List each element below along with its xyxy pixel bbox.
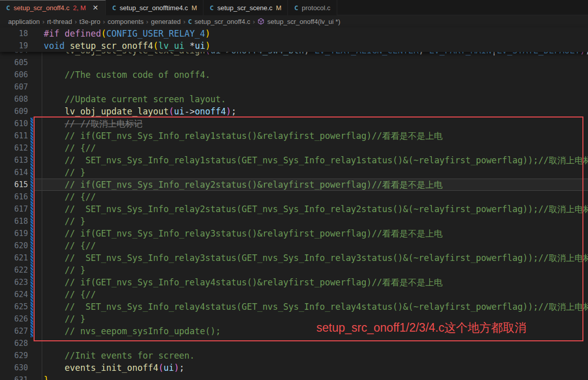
- c-file-icon: C: [6, 4, 10, 12]
- code-line-627[interactable]: 627 // nvs_eepom_sysInfo_update();: [0, 325, 588, 337]
- code-line-630[interactable]: 630 events_init_onoff4(ui);: [0, 362, 588, 374]
- code-line-605[interactable]: 605: [0, 56, 588, 69]
- line-number: 605: [0, 56, 28, 69]
- code-line-607[interactable]: 607: [0, 81, 588, 93]
- line-content: // //取消上电标记: [44, 118, 142, 130]
- git-modified-badge: M: [191, 4, 197, 12]
- breadcrumb-item[interactable]: t3e-pro: [79, 18, 100, 25]
- line-number: 619: [0, 227, 28, 240]
- line-content: events_init_onoff4(ui);: [44, 362, 184, 374]
- chevron-right-icon: ›: [183, 18, 185, 25]
- line-number: 617: [0, 203, 28, 215]
- tab-label: setup_scr_onoff4.c: [14, 4, 70, 12]
- c-file-icon: C: [294, 4, 298, 12]
- line-number: 18: [0, 27, 28, 40]
- code-line-622[interactable]: 622 // }: [0, 264, 588, 276]
- indent-guide: [42, 52, 42, 380]
- line-content: lv_obj_update_layout(ui->onoff4);: [44, 105, 237, 118]
- close-icon[interactable]: ✕: [92, 4, 100, 12]
- line-content: // }: [44, 215, 85, 227]
- code-line-628[interactable]: 628: [0, 337, 588, 349]
- tab-setup-scr-onoff4[interactable]: C setup_scr_onoff4.c 2, M ✕: [0, 0, 106, 15]
- tab-setup-scr-onofftime4[interactable]: C setup_scr_onofftime4.c M: [106, 0, 203, 15]
- line-content: #if defined(CONFIG_USER_RELAY_4): [44, 27, 211, 40]
- breadcrumb-symbol[interactable]: setup_scr_onoff4(lv_ui *): [267, 18, 340, 25]
- line-content: //Init events for screen.: [44, 349, 195, 362]
- tab-protocol[interactable]: C protocol.c: [288, 0, 337, 15]
- breadcrumb-item[interactable]: generated: [151, 18, 181, 25]
- line-content: // nvs_eepom_sysInfo_update();: [44, 325, 221, 337]
- line-content: // SET_nvs_Sys_Info_relay1status(GET_nvs…: [44, 154, 588, 166]
- code-line-611[interactable]: 611 // if(GET_nvs_Sys_Info_relay1status(…: [0, 130, 588, 142]
- c-file-icon: C: [112, 4, 116, 12]
- breadcrumb: application› rt-thread› t3e-pro› compone…: [0, 15, 588, 27]
- code-line-621[interactable]: 621 // SET_nvs_Sys_Info_relay3status(GET…: [0, 252, 588, 264]
- line-content: // SET_nvs_Sys_Info_relay2status(GET_nvs…: [44, 203, 588, 215]
- code-line-617[interactable]: 617 // SET_nvs_Sys_Info_relay2status(GET…: [0, 203, 588, 215]
- line-number: 627: [0, 325, 28, 337]
- line-content: // {//: [44, 288, 96, 301]
- line-number: 615: [0, 179, 28, 191]
- line-number: 607: [0, 81, 28, 93]
- line-number: 612: [0, 142, 28, 154]
- c-file-icon: C: [210, 4, 214, 12]
- breadcrumb-item[interactable]: components: [108, 18, 144, 25]
- line-number: 621: [0, 252, 28, 264]
- code-line-614[interactable]: 614 // }: [0, 166, 588, 179]
- symbol-method-icon: [257, 18, 264, 25]
- tab-label: setup_scr_scene.c: [217, 4, 272, 12]
- chevron-right-icon: ›: [75, 18, 77, 25]
- line-number: 630: [0, 362, 28, 374]
- line-content: // if(GET_nvs_Sys_Info_relay1status()&re…: [44, 130, 443, 142]
- code-line-615[interactable]: 615 // if(GET_nvs_Sys_Info_relay2status(…: [0, 179, 588, 191]
- line-number: 19: [0, 40, 28, 52]
- code-line-623[interactable]: 623 // if(GET_nvs_Sys_Info_relay4status(…: [0, 276, 588, 288]
- line-number: 614: [0, 166, 28, 179]
- tab-setup-scr-scene[interactable]: C setup_scr_scene.c M: [203, 0, 288, 15]
- line-number: 628: [0, 337, 28, 349]
- code-line-609[interactable]: 609 lv_obj_update_layout(ui->onoff4);: [0, 105, 588, 118]
- line-number: 608: [0, 93, 28, 105]
- code-line-625[interactable]: 625 // SET_nvs_Sys_Info_relay4status(GET…: [0, 301, 588, 313]
- code-line-629[interactable]: 629 //Init events for screen.: [0, 349, 588, 362]
- line-number: 631: [0, 374, 28, 380]
- code-line-620[interactable]: 620 // {//: [0, 240, 588, 252]
- line-number: 606: [0, 69, 28, 81]
- code-line-616[interactable]: 616 // {//: [0, 191, 588, 203]
- code-editor[interactable]: 604 lv_obj_set_style_text_align(ui->onof…: [0, 27, 588, 380]
- line-content: // SET_nvs_Sys_Info_relay4status(GET_nvs…: [44, 301, 588, 313]
- line-content: void setup_scr_onoff4(lv_ui *ui): [44, 40, 211, 52]
- code-line-19[interactable]: 19void setup_scr_onoff4(lv_ui *ui): [0, 40, 588, 52]
- code-line-619[interactable]: 619 // if(GET_nvs_Sys_Info_relay3status(…: [0, 227, 588, 240]
- code-line-613[interactable]: 613 // SET_nvs_Sys_Info_relay1status(GET…: [0, 154, 588, 166]
- line-number: 616: [0, 191, 28, 203]
- line-number: 613: [0, 154, 28, 166]
- line-content: // {//: [44, 142, 96, 154]
- c-file-icon: C: [188, 18, 192, 25]
- code-lines: 604 lv_obj_set_style_text_align(ui->onof…: [0, 44, 588, 380]
- code-line-18[interactable]: 18#if defined(CONFIG_USER_RELAY_4): [0, 27, 588, 40]
- breadcrumb-item[interactable]: rt-thread: [47, 18, 72, 25]
- line-number: 624: [0, 288, 28, 301]
- code-line-612[interactable]: 612 // {//: [0, 142, 588, 154]
- git-modified-gutter-marker: [31, 118, 33, 337]
- breadcrumb-file[interactable]: setup_scr_onoff4.c: [194, 18, 250, 25]
- line-content: // }: [44, 313, 85, 325]
- line-number: 609: [0, 105, 28, 118]
- line-number: 610: [0, 118, 28, 130]
- code-line-606[interactable]: 606 //The custom code of onoff4.: [0, 69, 588, 81]
- code-line-618[interactable]: 618 // }: [0, 215, 588, 227]
- line-number: 625: [0, 301, 28, 313]
- line-content: }: [44, 374, 49, 380]
- code-line-626[interactable]: 626 // }: [0, 313, 588, 325]
- line-content: // }: [44, 264, 85, 276]
- code-line-608[interactable]: 608 //Update current screen layout.: [0, 93, 588, 105]
- code-line-624[interactable]: 624 // {//: [0, 288, 588, 301]
- sticky-scroll-header[interactable]: 18#if defined(CONFIG_USER_RELAY_4)19void…: [0, 27, 588, 52]
- line-number: 620: [0, 240, 28, 252]
- code-line-631[interactable]: 631}: [0, 374, 588, 380]
- breadcrumb-item[interactable]: application: [8, 18, 40, 25]
- tab-label: protocol.c: [302, 4, 330, 12]
- line-number: 622: [0, 264, 28, 276]
- code-line-610[interactable]: 610 // //取消上电标记: [0, 118, 588, 130]
